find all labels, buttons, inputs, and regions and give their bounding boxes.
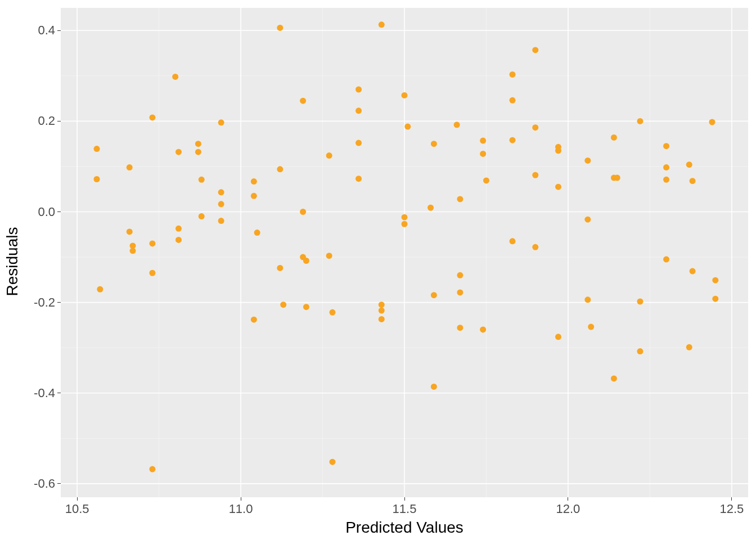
data-point: [431, 141, 437, 147]
data-point: [326, 253, 332, 259]
data-point: [195, 141, 201, 147]
y-tick-label: -0.4: [34, 386, 55, 400]
data-point: [712, 277, 718, 284]
data-point: [277, 265, 283, 271]
data-point: [172, 74, 178, 80]
data-point: [379, 316, 385, 322]
data-point: [555, 334, 561, 340]
x-tick-mark: [77, 497, 78, 501]
data-point: [254, 230, 260, 236]
data-point: [584, 296, 591, 303]
data-point: [218, 119, 224, 125]
data-point: [379, 302, 385, 308]
data-point: [663, 143, 669, 149]
chart-container: 10.511.011.512.012.5-0.6-0.4-0.20.00.20.…: [0, 0, 756, 540]
data-point: [712, 296, 718, 302]
data-point: [277, 166, 283, 172]
plot-panel: [61, 8, 748, 497]
y-tick-mark: [57, 302, 61, 303]
data-point: [555, 147, 561, 154]
y-tick-label: 0.2: [38, 114, 55, 128]
data-point: [329, 459, 335, 465]
data-point: [611, 375, 617, 381]
data-point: [532, 47, 538, 53]
data-point: [584, 217, 591, 223]
data-point: [303, 304, 309, 310]
data-point: [300, 209, 306, 215]
data-point: [127, 164, 133, 170]
data-point: [483, 177, 489, 183]
data-point: [149, 466, 155, 472]
x-tick-label: 11.0: [229, 502, 253, 516]
y-tick-mark: [57, 393, 61, 393]
data-point: [611, 134, 617, 141]
data-point: [97, 286, 103, 292]
x-tick-mark: [241, 497, 241, 501]
data-point: [356, 87, 362, 93]
y-tick-mark: [57, 212, 61, 212]
x-tick-label: 11.5: [393, 502, 417, 516]
scatter-svg: [61, 8, 748, 497]
data-point: [709, 119, 715, 125]
data-point: [303, 258, 309, 264]
y-tick-mark: [57, 121, 61, 122]
data-point: [510, 97, 516, 104]
data-point: [532, 172, 538, 178]
data-point: [199, 213, 205, 219]
data-point: [690, 178, 696, 184]
data-point: [218, 189, 224, 195]
data-point: [584, 158, 591, 164]
data-point: [663, 164, 669, 170]
y-tick-label: 0.0: [38, 205, 55, 219]
data-point: [510, 137, 516, 143]
x-tick-mark: [404, 497, 405, 501]
y-tick-label: 0.4: [38, 23, 55, 38]
y-tick-mark: [57, 30, 61, 31]
data-point: [637, 118, 643, 124]
x-tick-mark: [731, 497, 732, 501]
data-point: [277, 25, 283, 31]
x-tick-label: 10.5: [65, 502, 89, 516]
data-point: [326, 152, 332, 159]
data-point: [300, 98, 306, 104]
y-tick-label: -0.2: [34, 295, 55, 310]
data-point: [428, 205, 434, 211]
y-tick-mark: [57, 483, 61, 484]
data-point: [199, 177, 205, 183]
data-point: [356, 107, 362, 114]
data-point: [356, 140, 362, 146]
data-point: [379, 21, 385, 28]
data-point: [480, 326, 486, 332]
data-point: [637, 348, 643, 354]
y-tick-label: -0.6: [34, 476, 55, 491]
x-tick-label: 12.5: [719, 502, 744, 516]
data-point: [218, 218, 224, 224]
data-point: [454, 122, 460, 128]
data-point: [149, 114, 155, 120]
data-point: [510, 71, 516, 78]
data-point: [130, 242, 136, 249]
data-point: [686, 161, 692, 168]
data-point: [480, 151, 486, 157]
data-point: [404, 124, 411, 130]
data-point: [127, 228, 133, 235]
data-point: [176, 149, 182, 155]
x-tick-label: 12.0: [556, 502, 580, 516]
data-point: [690, 268, 696, 274]
data-point: [532, 244, 538, 250]
data-point: [614, 175, 620, 181]
data-point: [686, 344, 692, 350]
y-axis-title: Residuals: [3, 227, 21, 296]
x-axis-title: Predicted Values: [345, 519, 464, 537]
data-point: [280, 302, 286, 308]
data-point: [402, 214, 408, 220]
data-point: [431, 292, 437, 298]
data-point: [555, 184, 561, 190]
data-point: [176, 226, 182, 232]
data-point: [663, 177, 669, 183]
data-point: [356, 176, 362, 182]
data-point: [195, 149, 201, 155]
data-point: [251, 178, 257, 184]
data-point: [431, 384, 437, 390]
data-point: [149, 240, 155, 246]
